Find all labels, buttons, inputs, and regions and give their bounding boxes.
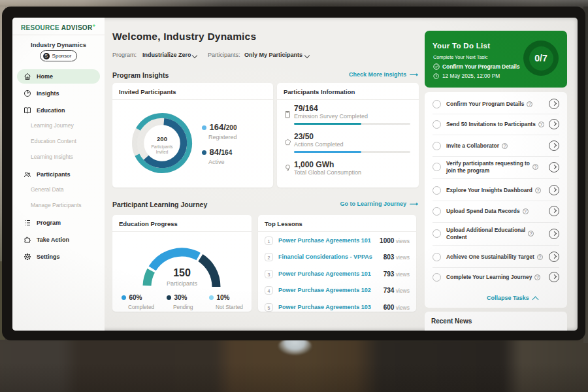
svg-text:200: 200 bbox=[157, 135, 167, 142]
svg-text:Participants: Participants bbox=[152, 144, 173, 150]
svg-text:Invited: Invited bbox=[156, 150, 169, 154]
